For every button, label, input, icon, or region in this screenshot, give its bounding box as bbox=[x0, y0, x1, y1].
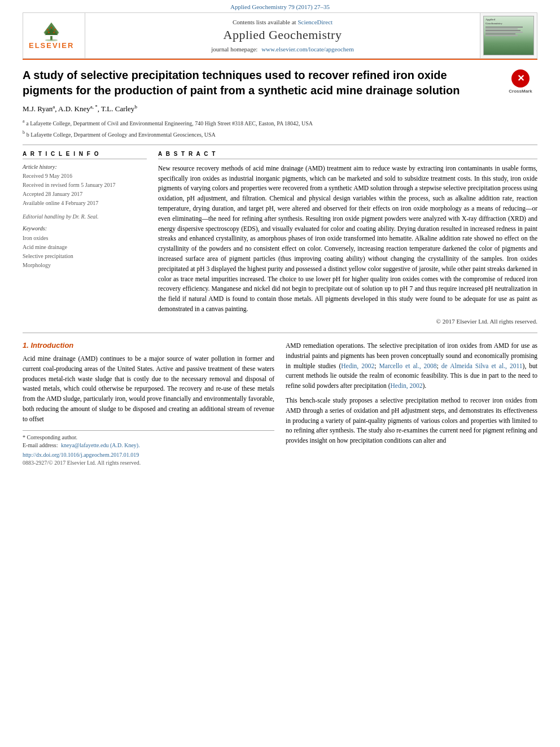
journal-citation-top: Applied Geochemistry 79 (2017) 27–35 bbox=[0, 0, 560, 12]
section1-title: 1. Introduction bbox=[23, 341, 274, 350]
footnote-area: * Corresponding author. E-mail address: … bbox=[23, 430, 274, 466]
body-separator bbox=[23, 333, 537, 333]
body-left-col: 1. Introduction Acid mine drainage (AMD)… bbox=[23, 341, 274, 466]
body-two-col: 1. Introduction Acid mine drainage (AMD)… bbox=[23, 341, 537, 466]
elsevier-tree-icon bbox=[37, 21, 65, 41]
article-info-header: A R T I C L E I N F O bbox=[23, 151, 147, 159]
abstract-copyright: © 2017 Elsevier Ltd. All rights reserved… bbox=[158, 318, 537, 325]
body-right-col: AMD remediation operations. The selectiv… bbox=[286, 341, 537, 466]
keywords-block: Keywords: Iron oxides Acid mine drainage… bbox=[23, 225, 147, 270]
ref-hedin2002b[interactable]: Hedin, 2002 bbox=[391, 382, 423, 389]
keywords-label: Keywords: bbox=[23, 225, 147, 231]
article-info-column: A R T I C L E I N F O Article history: R… bbox=[23, 151, 147, 325]
doi-link[interactable]: http://dx.doi.org/10.1016/j.apgeochem.20… bbox=[23, 452, 274, 458]
article-info-abstract-section: A R T I C L E I N F O Article history: R… bbox=[23, 151, 537, 325]
svg-point-6 bbox=[51, 27, 53, 29]
editorial-note: Editorial handling by Dr. R. Seal. bbox=[23, 213, 147, 220]
section1-col1-p1: Acid mine drainage (AMD) continues to be… bbox=[23, 354, 274, 425]
editorial-block: Editorial handling by Dr. R. Seal. bbox=[23, 213, 147, 220]
journal-header-main: Contents lists available at ScienceDirec… bbox=[85, 13, 480, 58]
journal-cover-image: Applied Geochemistry bbox=[483, 16, 534, 55]
ref-dealmeida2011[interactable]: de Almeida Silva et al., 2011 bbox=[441, 362, 523, 369]
history-dates: Received 9 May 2016 Received in revised … bbox=[23, 172, 147, 208]
elsevier-wordmark: ELSEVIER bbox=[29, 41, 74, 50]
sciencedirect-link[interactable]: ScienceDirect bbox=[298, 19, 333, 25]
abstract-header: A B S T R A C T bbox=[158, 151, 537, 159]
ref-marcello2008[interactable]: Marcello et al., 2008 bbox=[379, 362, 437, 369]
journal-url[interactable]: www.elsevier.com/locate/apgeochem bbox=[261, 46, 354, 53]
copyright-bottom: 0883-2927/© 2017 Elsevier Ltd. All right… bbox=[23, 460, 274, 466]
affiliations: a a Lafayette College, Department of Civ… bbox=[23, 118, 537, 138]
keywords-list: Iron oxides Acid mine drainage Selective… bbox=[23, 234, 147, 270]
contents-line: Contents lists available at ScienceDirec… bbox=[97, 19, 469, 25]
article-main: A study of selective precipitation techn… bbox=[23, 60, 537, 474]
abstract-text: New resource recovery methods of acid mi… bbox=[158, 164, 537, 314]
abstract-column: A B S T R A C T New resource recovery me… bbox=[158, 151, 537, 325]
authors-line: M.J. Ryana, A.D. Kneya, *, T.L. Carleyb bbox=[23, 104, 537, 113]
crossmark-badge[interactable]: ✕ CrossMark bbox=[504, 68, 537, 96]
section1-col2-p2: This bench-scale study proposes a select… bbox=[286, 396, 537, 446]
article-separator bbox=[23, 145, 537, 145]
email-link[interactable]: kneya@lafayette.edu (A.D. Kney). bbox=[61, 442, 140, 448]
elsevier-logo-area: ELSEVIER bbox=[23, 13, 85, 58]
ref-hedin2002[interactable]: Hedin, 2002 bbox=[341, 362, 374, 369]
crossmark-icon: ✕ bbox=[511, 69, 530, 88]
history-label: Article history: bbox=[23, 164, 147, 170]
affil-a: a a Lafayette College, Department of Civ… bbox=[23, 118, 537, 128]
svg-point-5 bbox=[47, 29, 49, 30]
corresponding-note: * Corresponding author. bbox=[23, 434, 274, 440]
svg-point-8 bbox=[48, 32, 50, 33]
journal-homepage: journal homepage: www.elsevier.com/locat… bbox=[97, 46, 469, 53]
svg-point-7 bbox=[54, 29, 56, 30]
section1-col2-p1: AMD remediation operations. The selectiv… bbox=[286, 341, 537, 391]
crossmark-label: CrossMark bbox=[509, 89, 532, 95]
email-note: E-mail address: kneya@lafayette.edu (A.D… bbox=[23, 442, 274, 448]
journal-thumbnail: Applied Geochemistry bbox=[480, 13, 537, 58]
svg-point-9 bbox=[53, 32, 55, 33]
journal-title: Applied Geochemistry bbox=[97, 28, 469, 42]
article-title: A study of selective precipitation techn… bbox=[23, 68, 537, 98]
affil-b: b b Lafayette College, Department of Geo… bbox=[23, 129, 537, 139]
article-history-block: Article history: Received 9 May 2016 Rec… bbox=[23, 164, 147, 208]
